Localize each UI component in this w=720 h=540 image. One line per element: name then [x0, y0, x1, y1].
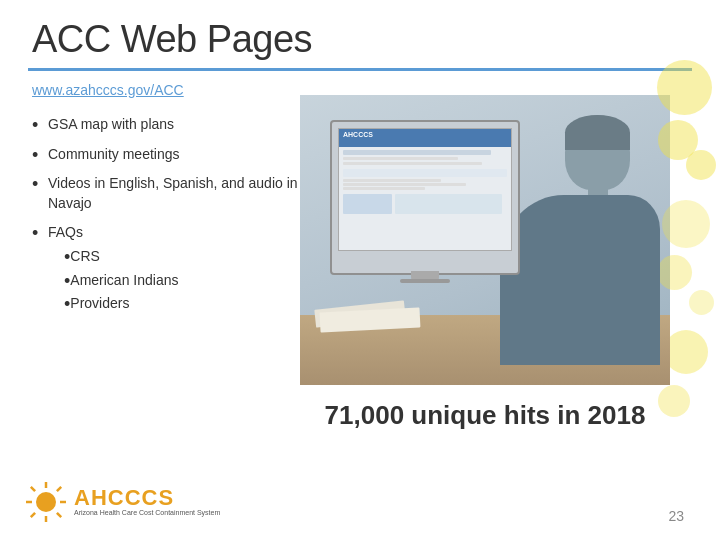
svg-line-7: [57, 487, 61, 491]
sub-bullet-icon: •: [48, 248, 70, 266]
sub-list-item-text: CRS: [70, 247, 100, 267]
list-item: • Community meetings: [32, 145, 312, 165]
deco-circle-4: [662, 200, 710, 248]
deco-circle-1: [657, 60, 712, 115]
svg-line-5: [31, 487, 35, 491]
list-item-text: Videos in English, Spanish, and audio in…: [48, 174, 312, 213]
list-item-text: FAQs: [48, 224, 83, 240]
title-accent-bar: [28, 68, 692, 71]
logo-text: AHCCCS Arizona Health Care Cost Containm…: [74, 487, 220, 517]
deco-circle-8: [658, 385, 690, 417]
svg-line-8: [31, 513, 35, 517]
sub-list-item: • American Indians: [48, 271, 178, 291]
list-item-text: GSA map with plans: [48, 115, 174, 135]
list-item: • GSA map with plans: [32, 115, 312, 135]
deco-circle-5: [657, 255, 692, 290]
deco-circle-3: [686, 150, 716, 180]
sun-icon: [24, 480, 68, 524]
logo-main: AHCCCS: [74, 487, 220, 509]
deco-circle-6: [689, 290, 714, 315]
stats-text: 71,000 unique hits in 2018: [300, 400, 670, 431]
bullet-icon: •: [32, 224, 48, 242]
page-number: 23: [668, 508, 684, 524]
page-title: ACC Web Pages: [32, 18, 312, 61]
svg-line-6: [57, 513, 61, 517]
logo-sub: Arizona Health Care Cost Containment Sys…: [74, 509, 220, 517]
ahcccs-logo: AHCCCS Arizona Health Care Cost Containm…: [24, 480, 220, 524]
sub-list: • CRS • American Indians • Providers: [48, 247, 178, 314]
bullet-icon: •: [32, 175, 48, 193]
svg-point-0: [36, 492, 56, 512]
list-item: • Videos in English, Spanish, and audio …: [32, 174, 312, 213]
sub-bullet-icon: •: [48, 295, 70, 313]
sub-list-item-text: Providers: [70, 294, 129, 314]
list-item-text: Community meetings: [48, 145, 180, 165]
sub-list-item: • Providers: [48, 294, 178, 314]
sub-list-item-text: American Indians: [70, 271, 178, 291]
website-link[interactable]: www.azahcccs.gov/ACC: [32, 82, 184, 98]
list-item: • FAQs • CRS • American Indians • Provid…: [32, 223, 312, 317]
screenshot-image: AHCCCS: [300, 95, 670, 385]
sub-list-item: • CRS: [48, 247, 178, 267]
bullet-icon: •: [32, 116, 48, 134]
sub-bullet-icon: •: [48, 272, 70, 290]
feature-list: • GSA map with plans • Community meeting…: [32, 115, 312, 328]
deco-circle-7: [664, 330, 708, 374]
bullet-icon: •: [32, 146, 48, 164]
